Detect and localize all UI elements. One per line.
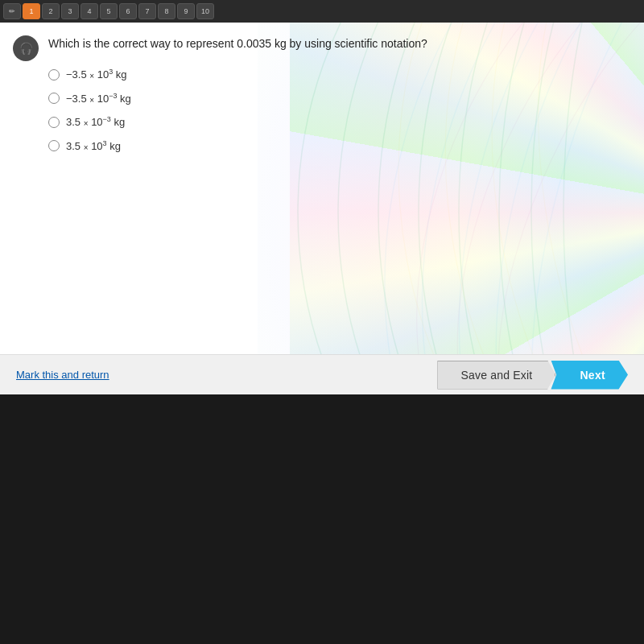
- option-c-label: 3.5 × 10−3 kg: [66, 114, 125, 130]
- radio-b[interactable]: [48, 93, 60, 104]
- option-b-label: −3.5 × 10−3 kg: [66, 91, 131, 107]
- option-c[interactable]: 3.5 × 10−3 kg: [48, 114, 628, 130]
- question-10-btn[interactable]: 10: [196, 3, 214, 19]
- question-3-btn[interactable]: 3: [61, 3, 79, 19]
- radio-c[interactable]: [48, 117, 60, 128]
- action-buttons: Save and Exit Next: [437, 361, 628, 390]
- next-button[interactable]: Next: [551, 361, 628, 390]
- question-9-btn[interactable]: 9: [177, 3, 195, 19]
- option-d[interactable]: 3.5 × 103 kg: [48, 138, 628, 155]
- toolbar: ✏ 1 2 3 4 5 6 7 8 9 10: [0, 0, 644, 23]
- bottom-bar: Mark this and return Save and Exit Next: [0, 354, 644, 394]
- option-a-label: −3.5 × 103 kg: [66, 67, 127, 83]
- save-exit-button[interactable]: Save and Exit: [437, 361, 555, 390]
- option-a[interactable]: −3.5 × 103 kg: [48, 67, 628, 83]
- question-content: Which is the correct way to represent 0.…: [0, 23, 644, 167]
- question-1-btn[interactable]: 1: [23, 3, 40, 19]
- pencil-icon[interactable]: ✏: [3, 3, 21, 19]
- mark-return-link[interactable]: Mark this and return: [16, 369, 109, 381]
- question-6-btn[interactable]: 6: [119, 3, 137, 19]
- question-text: Which is the correct way to represent 0.…: [48, 35, 628, 52]
- radio-a[interactable]: [48, 69, 60, 80]
- option-b[interactable]: −3.5 × 10−3 kg: [48, 91, 628, 107]
- quiz-panel: 🎧 Which is the correct way to represent …: [0, 23, 644, 402]
- question-5-btn[interactable]: 5: [100, 3, 118, 19]
- question-7-btn[interactable]: 7: [138, 3, 156, 19]
- question-2-btn[interactable]: 2: [42, 3, 60, 19]
- question-8-btn[interactable]: 8: [158, 3, 175, 19]
- radio-d[interactable]: [48, 140, 60, 151]
- question-4-btn[interactable]: 4: [80, 3, 98, 19]
- options-list: −3.5 × 103 kg −3.5 × 10−3 kg 3.5 × 10−3 …: [48, 67, 628, 154]
- option-d-label: 3.5 × 103 kg: [66, 138, 121, 155]
- dark-section: [0, 394, 644, 644]
